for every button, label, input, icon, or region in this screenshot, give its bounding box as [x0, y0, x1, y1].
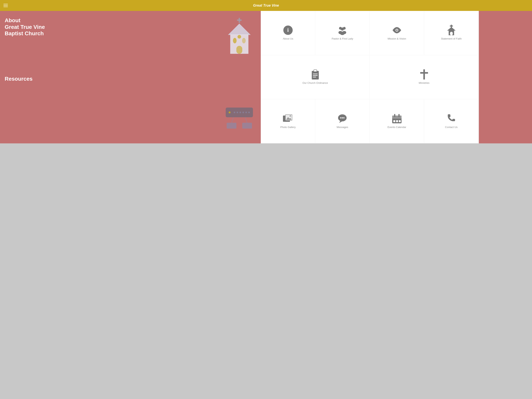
svg-marker-32	[447, 27, 456, 31]
svg-point-24	[341, 27, 344, 31]
svg-point-15	[248, 112, 250, 113]
svg-marker-2	[228, 24, 251, 35]
church-illustration	[226, 17, 253, 56]
svg-marker-49	[339, 121, 343, 123]
info-icon: i	[283, 25, 293, 35]
svg-rect-41	[420, 72, 428, 74]
statement-label: Statement of Faith	[441, 37, 462, 40]
svg-rect-34	[450, 32, 453, 35]
svg-point-14	[245, 112, 247, 113]
menu-item-messages[interactable]: Messages	[315, 99, 370, 143]
svg-rect-1	[237, 19, 241, 21]
menu-item-ministries[interactable]: Ministries	[370, 55, 479, 99]
messages-label: Messages	[337, 126, 348, 129]
svg-point-10	[234, 112, 235, 113]
chat-icon	[337, 114, 347, 124]
cross-icon	[419, 69, 429, 79]
menu-item-photo-gallery[interactable]: Photo Gallery	[261, 99, 316, 143]
menu-item-statement[interactable]: Statement of Faith	[424, 11, 479, 55]
svg-point-9	[229, 111, 231, 113]
svg-point-27	[340, 32, 345, 35]
svg-rect-55	[394, 114, 395, 117]
svg-point-13	[242, 112, 244, 113]
main-container: AboutGreat True VineBaptist Church Reso	[0, 11, 532, 143]
ministries-label: Ministries	[419, 81, 429, 85]
mission-label: Mission & Vision	[387, 37, 406, 40]
menu-item-contact[interactable]: Contact Us	[424, 99, 479, 143]
eye-icon	[392, 25, 402, 35]
svg-rect-6	[236, 46, 242, 54]
svg-line-17	[245, 117, 247, 123]
menu-item-pastor[interactable]: Pastor & First Lady	[315, 11, 370, 55]
svg-point-47	[290, 115, 291, 117]
gallery-icon	[283, 114, 293, 124]
phone-icon	[446, 114, 456, 124]
resources-section-title: Resources	[5, 76, 256, 82]
app-title: Great True Vine	[253, 4, 279, 8]
menu-item-mission[interactable]: Mission & Vision	[370, 11, 424, 55]
svg-point-7	[237, 35, 241, 39]
network-illustration	[224, 106, 255, 132]
svg-point-12	[240, 112, 241, 113]
svg-rect-31	[450, 26, 453, 26]
church-icon	[446, 25, 456, 35]
about-us-label: About Us	[283, 37, 293, 40]
menu-panel: i About Us Pastor & First Lady	[261, 11, 479, 143]
svg-rect-19	[242, 123, 252, 129]
svg-point-51	[342, 117, 343, 118]
svg-rect-40	[423, 69, 425, 79]
app-header: Great True Vine	[0, 0, 532, 11]
right-decorative-panel	[479, 11, 532, 143]
svg-rect-58	[396, 120, 398, 122]
photo-gallery-label: Photo Gallery	[280, 126, 296, 129]
contact-label: Contact Us	[445, 126, 457, 129]
svg-rect-39	[313, 77, 316, 77]
svg-point-52	[343, 117, 344, 118]
svg-point-5	[242, 38, 246, 44]
hamburger-menu[interactable]	[4, 4, 8, 7]
menu-item-ordinance[interactable]: Our Church Ordinance	[261, 55, 370, 99]
svg-rect-36	[314, 70, 317, 72]
events-label: Events Calendar	[387, 126, 406, 129]
svg-text:i: i	[287, 27, 289, 33]
svg-rect-18	[227, 123, 236, 129]
pastor-label: Pastor & First Lady	[332, 37, 353, 40]
calendar-icon	[392, 114, 402, 124]
menu-item-events[interactable]: Events Calendar	[370, 99, 424, 143]
svg-point-4	[233, 38, 237, 44]
svg-rect-37	[313, 74, 318, 74]
svg-rect-54	[392, 116, 402, 119]
group-icon	[337, 25, 347, 35]
svg-point-11	[237, 112, 238, 113]
svg-rect-38	[313, 75, 318, 76]
svg-line-16	[232, 117, 234, 123]
about-section-title: AboutGreat True VineBaptist Church	[5, 17, 256, 37]
svg-point-50	[340, 117, 341, 118]
svg-rect-57	[393, 120, 395, 122]
svg-rect-56	[399, 114, 399, 117]
ordinance-label: Our Church Ordinance	[302, 81, 328, 85]
svg-point-29	[396, 29, 398, 31]
menu-item-about-us[interactable]: i About Us	[261, 11, 316, 55]
svg-rect-59	[399, 120, 401, 122]
clipboard-icon	[310, 69, 320, 79]
left-panel: AboutGreat True VineBaptist Church Reso	[0, 11, 261, 143]
